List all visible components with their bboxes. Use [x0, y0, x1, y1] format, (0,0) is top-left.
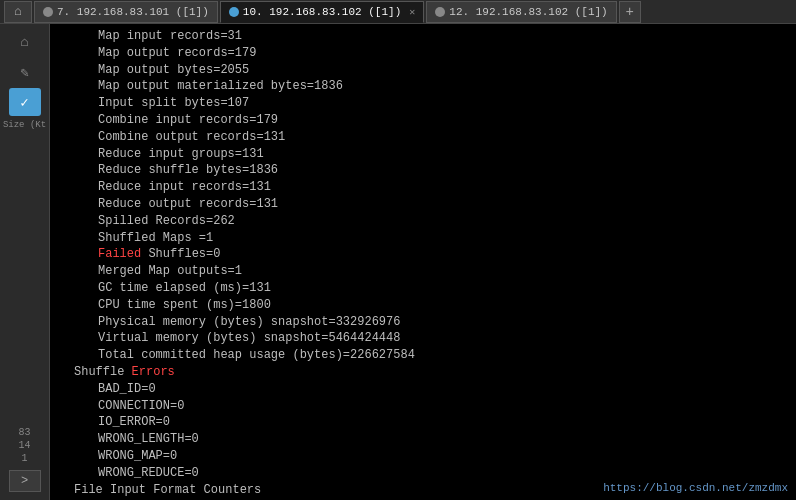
terminal-line-14: Failed Shuffles=0	[58, 246, 788, 263]
sidebar-arrow-button[interactable]: >	[9, 470, 41, 492]
terminal-line-15: Merged Map outputs=1	[58, 263, 788, 280]
terminal-line-wr: WRONG_REDUCE=0	[58, 465, 788, 482]
terminal-line-bad: BAD_ID=0	[58, 381, 788, 398]
terminal-line-io: IO_ERROR=0	[58, 414, 788, 431]
tab-bar: ⌂ 7. 192.168.83.101 ([1]) 10. 192.168.83…	[0, 0, 796, 24]
new-tab-button[interactable]: +	[619, 1, 641, 23]
tab-3-icon	[435, 7, 445, 17]
terminal-line-5: Input split bytes=107	[58, 95, 788, 112]
terminal-line-1: Map input records=31	[58, 28, 788, 45]
terminal-line-9: Reduce shuffle bytes=1836	[58, 162, 788, 179]
terminal-line-wm: WRONG_MAP=0	[58, 448, 788, 465]
tab-3-label: 12. 192.168.83.102 ([1])	[449, 6, 607, 18]
tab-2-icon	[229, 7, 239, 17]
watermark: https://blog.csdn.net/zmzdmx	[603, 482, 788, 494]
terminal-line-11: Reduce output records=131	[58, 196, 788, 213]
tab-2-close[interactable]: ✕	[409, 6, 415, 18]
terminal-line-3: Map output bytes=2055	[58, 62, 788, 79]
tab-3[interactable]: 12. 192.168.83.102 ([1])	[426, 1, 616, 23]
terminal[interactable]: Map input records=31 Map output records=…	[50, 24, 796, 500]
terminal-line-20: Total committed heap usage (bytes)=22662…	[58, 347, 788, 364]
sidebar: ⌂ ✎ ✓ Size (Kt 83 14 1 >	[0, 24, 50, 500]
sidebar-num-1: 1	[21, 453, 27, 464]
failed-label: Failed	[98, 247, 141, 261]
terminal-line-12: Spilled Records=262	[58, 213, 788, 230]
errors-label: Errors	[132, 365, 175, 379]
tab-1-icon	[43, 7, 53, 17]
terminal-line-16: GC time elapsed (ms)=131	[58, 280, 788, 297]
terminal-line-shuffle: Shuffle Errors	[58, 364, 788, 381]
terminal-line-2: Map output records=179	[58, 45, 788, 62]
tab-2-label: 10. 192.168.83.102 ([1])	[243, 6, 401, 18]
terminal-line-4: Map output materialized bytes=1836	[58, 78, 788, 95]
sidebar-check-icon[interactable]: ✓	[9, 88, 41, 116]
terminal-line-19: Virtual memory (bytes) snapshot=54644244…	[58, 330, 788, 347]
tab-2[interactable]: 10. 192.168.83.102 ([1]) ✕	[220, 1, 424, 23]
terminal-line-conn: CONNECTION=0	[58, 398, 788, 415]
sidebar-size-label: Size (Kt	[3, 120, 46, 130]
main-area: ⌂ ✎ ✓ Size (Kt 83 14 1 > Map input recor…	[0, 24, 796, 500]
terminal-line-7: Combine output records=131	[58, 129, 788, 146]
tab-1[interactable]: 7. 192.168.83.101 ([1])	[34, 1, 218, 23]
sidebar-home-icon[interactable]: ⌂	[9, 28, 41, 56]
terminal-line-10: Reduce input records=131	[58, 179, 788, 196]
terminal-line-17: CPU time spent (ms)=1800	[58, 297, 788, 314]
terminal-line-8: Reduce input groups=131	[58, 146, 788, 163]
tab-1-label: 7. 192.168.83.101 ([1])	[57, 6, 209, 18]
terminal-line-13: Shuffled Maps =1	[58, 230, 788, 247]
terminal-line-wl: WRONG_LENGTH=0	[58, 431, 788, 448]
home-tab[interactable]: ⌂	[4, 1, 32, 23]
terminal-line-6: Combine input records=179	[58, 112, 788, 129]
sidebar-num-14: 14	[18, 440, 30, 451]
sidebar-numbers: 83 14 1 >	[9, 427, 41, 500]
sidebar-edit-icon[interactable]: ✎	[9, 58, 41, 86]
sidebar-num-83: 83	[18, 427, 30, 438]
terminal-line-18: Physical memory (bytes) snapshot=3329269…	[58, 314, 788, 331]
